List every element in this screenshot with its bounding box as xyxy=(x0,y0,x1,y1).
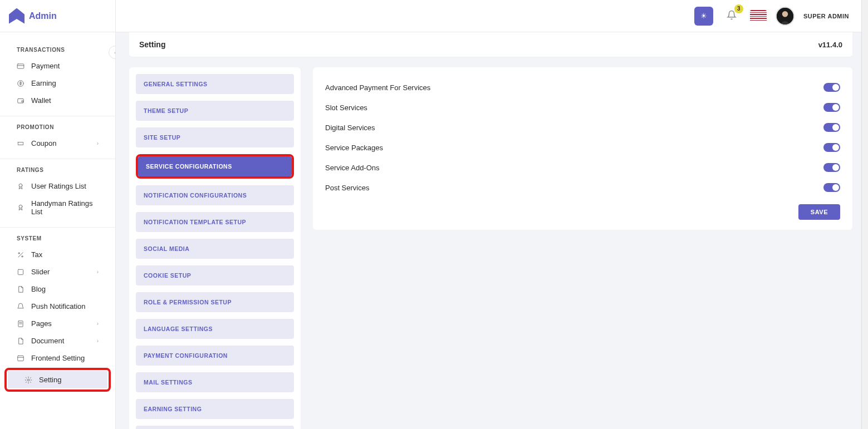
ticket-icon xyxy=(17,140,24,147)
sidebar-item-label: Earning xyxy=(31,79,56,87)
language-flag-button[interactable] xyxy=(750,10,767,22)
tab-earning-setting[interactable]: EARNING SETTING xyxy=(136,399,294,419)
sun-icon: ☀ xyxy=(700,12,707,20)
config-label: Post Services xyxy=(325,184,369,192)
sidebar-item-coupon[interactable]: Coupon› xyxy=(0,135,115,152)
config-row: Digital Services xyxy=(325,117,840,137)
dollar-icon xyxy=(17,80,24,87)
config-row: Service Packages xyxy=(325,137,840,157)
theme-toggle-button[interactable]: ☀ xyxy=(694,7,713,26)
sidebar-item-blog[interactable]: Blog xyxy=(0,280,115,298)
tab-social-media[interactable]: SOCIAL MEDIA xyxy=(136,239,294,259)
page-icon xyxy=(17,320,24,328)
card-icon xyxy=(17,62,24,70)
sidebar-item-label: Tax xyxy=(31,250,42,259)
toggle-post-services[interactable] xyxy=(823,183,840,192)
sidebar-item-label: Frontend Setting xyxy=(31,354,85,362)
logo-icon xyxy=(9,8,24,24)
chevron-left-icon: ‹ xyxy=(114,50,115,56)
toggle-service-add-ons[interactable] xyxy=(823,163,840,172)
config-row: Advanced Payment For Services xyxy=(325,77,840,97)
sidebar-item-handyman-ratings-list[interactable]: Handyman Ratings List xyxy=(0,195,115,220)
config-label: Advanced Payment For Services xyxy=(325,83,430,92)
page-title: Setting xyxy=(139,40,165,49)
sidebar-item-user-ratings-list[interactable]: User Ratings List xyxy=(0,177,115,195)
square-icon xyxy=(17,268,24,276)
username-label[interactable]: SUPER ADMIN xyxy=(803,13,849,19)
sidebar-item-setting[interactable]: Setting xyxy=(8,371,107,388)
tab-service-configurations[interactable]: SERVICE CONFIGURATIONS xyxy=(138,156,292,176)
svg-rect-13 xyxy=(18,356,24,361)
brand-name: Admin xyxy=(29,11,57,21)
tab-language-settings[interactable]: LANGUAGE SETTINGS xyxy=(136,319,294,339)
content: GENERAL SETTINGSTHEME SETUPSITE SETUPSER… xyxy=(116,57,861,429)
sidebar-item-frontend-setting[interactable]: Frontend Setting xyxy=(0,349,115,367)
svg-line-6 xyxy=(18,252,23,257)
scrollbar-track[interactable] xyxy=(861,0,868,429)
sidebar-item-document[interactable]: Document› xyxy=(0,332,115,349)
config-label: Service Add-Ons xyxy=(325,164,380,172)
layout-icon xyxy=(17,354,24,362)
toggle-advanced-payment-for-services[interactable] xyxy=(823,83,840,92)
tab-notification-template-setup[interactable]: NOTIFICATION TEMPLATE SETUP xyxy=(136,212,294,232)
sidebar-item-payment[interactable]: Payment xyxy=(0,57,115,75)
main: ☀ 3 SUPER ADMIN Setting v11.4.0 GENERAL … xyxy=(116,0,861,429)
tab-mail-settings[interactable]: MAIL SETTINGS xyxy=(136,426,294,429)
svg-point-15 xyxy=(27,379,30,381)
toggle-service-packages[interactable] xyxy=(823,143,840,152)
sidebar-item-label: User Ratings List xyxy=(31,182,86,190)
sidebar-item-earning[interactable]: Earning xyxy=(0,75,115,92)
chevron-right-icon: › xyxy=(97,338,99,344)
sidebar: Admin ‹ TRANSACTIONSPaymentEarningWallet… xyxy=(0,0,116,429)
toggle-slot-services[interactable] xyxy=(823,103,840,112)
section-title: TRANSACTIONS xyxy=(0,39,115,57)
svg-point-8 xyxy=(22,255,23,257)
tab-mail-settings[interactable]: MAIL SETTINGS xyxy=(136,372,294,392)
save-button[interactable]: SAVE xyxy=(798,204,840,220)
sidebar-item-label: Payment xyxy=(31,62,60,70)
doc-icon xyxy=(17,285,24,293)
chevron-right-icon: › xyxy=(97,269,99,275)
sidebar-item-wallet[interactable]: Wallet xyxy=(0,92,115,109)
highlight-box: SERVICE CONFIGURATIONS xyxy=(136,154,294,179)
sidebar-item-pages[interactable]: Pages› xyxy=(0,315,115,332)
sidebar-item-label: Setting xyxy=(39,376,61,384)
config-label: Digital Services xyxy=(325,124,375,132)
notifications-button[interactable]: 3 xyxy=(722,7,741,26)
sidebar-item-tax[interactable]: Tax xyxy=(0,246,115,263)
percent-icon xyxy=(17,251,24,259)
tab-payment-configuration[interactable]: PAYMENT CONFIGURATION xyxy=(136,346,294,366)
page-header: Setting v11.4.0 xyxy=(129,32,852,57)
avatar[interactable] xyxy=(776,7,795,26)
tab-theme-setup[interactable]: THEME SETUP xyxy=(136,101,294,121)
sidebar-body: ‹ TRANSACTIONSPaymentEarningWalletPROMOT… xyxy=(0,32,115,429)
tab-role-permission-setup[interactable]: ROLE & PERMISSION SETUP xyxy=(136,292,294,312)
sidebar-item-label: Pages xyxy=(31,319,52,328)
topbar: ☀ 3 SUPER ADMIN xyxy=(116,0,861,32)
sidebar-item-slider[interactable]: Slider› xyxy=(0,263,115,280)
config-row: Slot Services xyxy=(325,97,840,117)
sidebar-item-push-notification[interactable]: Push Notification xyxy=(0,298,115,315)
svg-point-17 xyxy=(782,11,788,17)
section-title: PROMOTION xyxy=(0,116,115,135)
tab-cookie-setup[interactable]: COOKIE SETUP xyxy=(136,265,294,285)
doc-icon xyxy=(17,337,24,345)
tab-notification-configurations[interactable]: NOTIFICATION CONFIGURATIONS xyxy=(136,185,294,205)
config-panel: Advanced Payment For ServicesSlot Servic… xyxy=(313,67,852,230)
bell-icon xyxy=(17,303,24,310)
sidebar-header: Admin xyxy=(0,0,115,32)
badge-icon xyxy=(17,204,24,211)
chevron-right-icon: › xyxy=(97,140,99,146)
tab-site-setup[interactable]: SITE SETUP xyxy=(136,127,294,147)
config-row: Post Services xyxy=(325,177,840,198)
tab-general-settings[interactable]: GENERAL SETTINGS xyxy=(136,74,294,94)
svg-rect-0 xyxy=(17,63,24,68)
config-row: Service Add-Ons xyxy=(325,157,840,177)
chevron-right-icon: › xyxy=(97,320,99,327)
toggle-digital-services[interactable] xyxy=(823,123,840,132)
sidebar-item-label: Wallet xyxy=(31,96,51,105)
sidebar-item-label: Push Notification xyxy=(31,302,86,310)
notifications-badge: 3 xyxy=(734,4,743,13)
sidebar-item-label: Coupon xyxy=(31,139,57,147)
section-title: SYSTEM xyxy=(0,228,115,246)
